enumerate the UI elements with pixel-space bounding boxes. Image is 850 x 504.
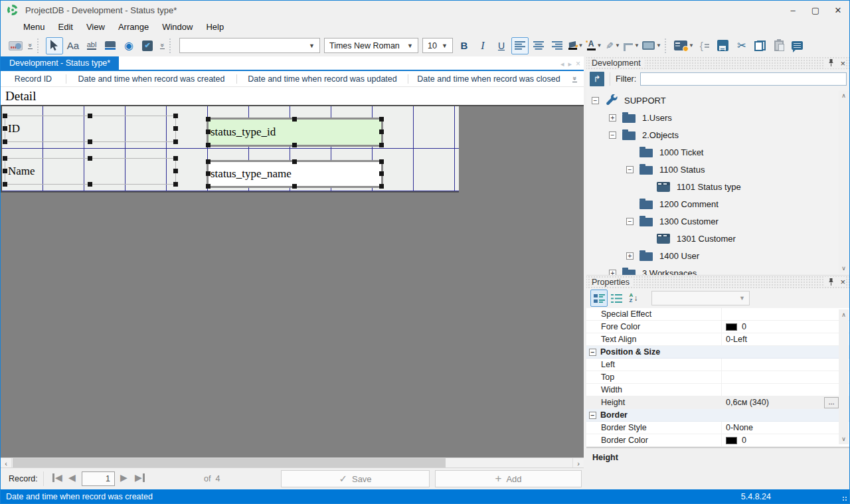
selection-handle[interactable] [379, 184, 384, 189]
menu-item-view[interactable]: View [80, 21, 112, 33]
scroll-down-arrow-icon[interactable]: ∨ [841, 263, 846, 274]
selection-handle[interactable] [173, 114, 178, 118]
align-right-button[interactable] [549, 37, 566, 54]
tree-item-1400-user[interactable]: + 1400 User [586, 247, 849, 264]
toolbar-grip[interactable] [169, 39, 174, 53]
property-object-combo[interactable]: ▼ [651, 291, 750, 305]
selection-handle[interactable] [206, 184, 211, 189]
scroll-left-arrow-icon[interactable]: ‹ [1, 458, 12, 468]
font-color-button[interactable]: A▼ [586, 37, 603, 54]
filter-input[interactable] [640, 72, 847, 86]
selection-handle[interactable] [88, 114, 92, 118]
tree-vertical-scrollbar[interactable]: ∧ ∨ [839, 90, 849, 274]
toolbar-grip[interactable] [665, 39, 669, 53]
selection-handle[interactable] [88, 139, 92, 144]
tab-close-icon[interactable]: × [576, 59, 580, 68]
selection-handle[interactable] [206, 143, 211, 147]
collapse-icon[interactable]: − [589, 412, 596, 419]
scrollbar-thumb[interactable] [13, 458, 446, 468]
field-status-type-name[interactable]: status_type_name [207, 160, 383, 188]
tab-scroll-right-icon[interactable]: ▸ [568, 60, 572, 68]
horizontal-scrollbar[interactable]: ‹ › [1, 458, 584, 467]
overflow-chevron-icon[interactable]: » [158, 42, 166, 49]
align-center-button[interactable] [530, 37, 547, 54]
selection-handle[interactable] [292, 184, 297, 189]
tab-scroll-left-icon[interactable]: ◂ [560, 60, 564, 68]
font-size-combo[interactable]: 10▼ [422, 38, 453, 53]
button-tool-button[interactable] [102, 37, 119, 54]
collapse-icon[interactable]: − [626, 166, 634, 173]
selection-handle[interactable] [379, 159, 384, 164]
tree-item-1100-status[interactable]: − 1100 Status [586, 161, 849, 178]
panel-close-icon[interactable]: × [840, 277, 845, 287]
selection-handle[interactable] [379, 143, 384, 147]
properties-vertical-scrollbar[interactable]: ∧ ∨ [839, 309, 849, 444]
property-row-border-color[interactable]: Border Color 0 [586, 434, 849, 447]
fill-color-button[interactable]: ▼ [567, 37, 584, 54]
shape-button[interactable]: ▼ [641, 37, 662, 54]
label-id[interactable]: ID [5, 116, 176, 142]
first-record-button[interactable]: ◀ [52, 472, 62, 483]
underline-button[interactable]: U [493, 37, 510, 54]
menu-item-arrange[interactable]: Arrange [112, 21, 155, 33]
menu-item-edit[interactable]: Edit [52, 21, 80, 33]
property-row-border-style[interactable]: Border Style 0-None [586, 422, 849, 434]
scroll-up-arrow-icon[interactable]: ∧ [841, 309, 846, 320]
tree-item-support[interactable]: − SUPPORT [586, 92, 849, 109]
selection-handle[interactable] [206, 117, 211, 122]
property-row-fore-color[interactable]: Fore Color 0 [586, 321, 849, 333]
selection-handle[interactable] [173, 139, 178, 144]
radio-tool-button[interactable]: ◉ [120, 37, 137, 54]
resize-grip[interactable] [842, 496, 847, 501]
add-record-button[interactable]: + Add [435, 470, 582, 487]
selection-handle[interactable] [292, 143, 297, 147]
tree-item-2-objects[interactable]: − 2.Objects [586, 126, 849, 143]
label-tool-button[interactable]: Aa [64, 37, 82, 54]
save-button[interactable] [715, 37, 732, 54]
selection-handle[interactable] [3, 114, 7, 118]
paste-button[interactable] [770, 37, 788, 54]
collapse-icon[interactable]: − [609, 131, 616, 139]
form-view-button[interactable]: ▼ [673, 37, 695, 54]
sort-az-button[interactable]: AZ ↓ [625, 290, 642, 307]
expand-icon[interactable]: + [609, 270, 616, 276]
form-design-surface[interactable]: ID status_type_id Name status_type_name [1, 106, 459, 193]
highlight-color-button[interactable]: ✎▼ [604, 37, 622, 54]
collapse-icon[interactable]: − [626, 218, 634, 225]
column-header-closed[interactable]: Date and time when record was closed [408, 74, 569, 84]
selection-handle[interactable] [88, 182, 92, 187]
next-record-button[interactable]: ▶ [120, 472, 128, 483]
collapse-icon[interactable]: − [592, 97, 599, 104]
tree-item-3-workspaces[interactable]: + 3.Workspaces [586, 264, 849, 275]
toolbar-grip[interactable] [37, 39, 42, 53]
selection-handle[interactable] [3, 126, 7, 131]
panel-close-icon[interactable]: × [840, 58, 845, 68]
save-record-button[interactable]: ✓ Save [281, 470, 430, 487]
property-row-top[interactable]: Top [586, 371, 849, 384]
property-row-special-effect[interactable]: Special Effect [586, 308, 849, 321]
selection-handle[interactable] [379, 129, 384, 134]
tree-item-1301-customer[interactable]: 1301 Customer [586, 230, 849, 247]
selection-handle[interactable] [3, 182, 7, 187]
selection-handle[interactable] [206, 171, 211, 176]
selection-handle[interactable] [88, 156, 92, 161]
style-combo[interactable]: ▼ [179, 38, 320, 53]
tree-item-1-users[interactable]: + 1.Users [586, 109, 849, 126]
label-name[interactable]: Name [5, 158, 176, 185]
column-header-updated[interactable]: Date and time when record was updated [236, 74, 408, 84]
selection-handle[interactable] [173, 126, 178, 131]
detail-section-header[interactable]: Detail [1, 87, 584, 106]
bold-button[interactable]: B [456, 37, 473, 54]
selection-handle[interactable] [3, 139, 7, 144]
field-status-type-id[interactable]: status_type_id [207, 118, 383, 147]
selection-handle[interactable] [206, 159, 211, 164]
property-row-height[interactable]: Height 0,6см (340) ... [586, 396, 849, 409]
property-category-border[interactable]: − Border [586, 409, 849, 422]
menu-item-help[interactable]: Help [199, 21, 230, 33]
last-record-button[interactable]: ▶ [135, 472, 145, 483]
structure-button[interactable]: { [696, 37, 713, 54]
selection-handle[interactable] [173, 182, 178, 187]
border-style-button[interactable]: ▼ [623, 37, 640, 54]
tree-item-1101-status-type[interactable]: 1101 Status type [586, 178, 849, 195]
tree-item-1300-customer[interactable]: − 1300 Customer [586, 212, 849, 230]
